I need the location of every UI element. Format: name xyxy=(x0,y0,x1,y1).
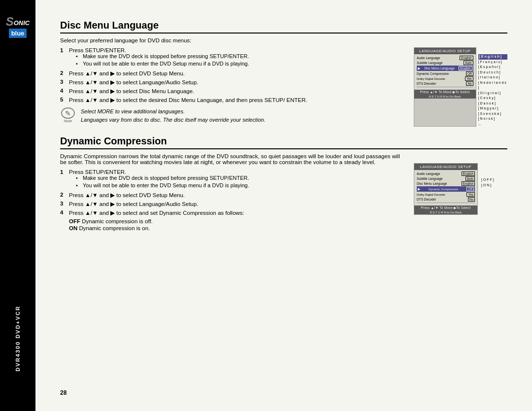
disc-menu-steps: 1 Press SETUP/ENTER. • Make sure the DVD… xyxy=(60,47,404,128)
screen-display-2: LANGUAGE/AUDIO SETUP Audio Language Engl… xyxy=(414,163,478,215)
row-value-4: Off xyxy=(466,71,473,76)
dc-step-3: 3 Press ▲/▼ and ▶ to select Language/Aud… xyxy=(60,201,404,207)
note-text: Select MORE to view additional languages… xyxy=(81,107,266,124)
row-value-5: Yes xyxy=(465,76,473,81)
product-label: DVR4300 DVD+VCR xyxy=(15,306,21,372)
step-4-text: Press ▲/▼ and ▶ to select Disc Menu Lang… xyxy=(69,88,194,94)
page-number: 28 xyxy=(60,389,66,396)
step-3-content: Press ▲/▼ and ▶ to select Language/Audio… xyxy=(69,79,404,86)
screen-footer-2: Press ▲/▼ To Move ▶To Select xyxy=(414,206,477,210)
disc-menu-language-section: Disc Menu Language Select your preferred… xyxy=(60,20,507,128)
brand-s-letter: S xyxy=(6,15,14,29)
dynamic-compression-section: Dynamic Compression Dynamic Compression … xyxy=(60,136,507,233)
dynamic-compression-steps: Dynamic Compression narrows the total dy… xyxy=(60,153,404,233)
dc-screen-row-6: DTS Decoder No xyxy=(417,197,475,202)
brand-blue-box: blue xyxy=(9,29,27,38)
screen-row-4: Dynamic Compression Off xyxy=(417,71,473,76)
lang-more: ... xyxy=(478,122,507,127)
screen-mockup-1: LANGUAGE/AUDIO SETUP Audio Language Engl… xyxy=(414,47,507,128)
dc-step-3-number: 3 xyxy=(60,201,66,207)
note-icon: ✎ Note xyxy=(60,107,76,123)
row-arrow-3: ▶ xyxy=(418,67,420,70)
step-4-number: 4 xyxy=(60,88,66,95)
dc-step-3-text: Press ▲/▼ and ▶ to select Language/Audio… xyxy=(69,201,199,207)
screen-row-1: Audio Language English xyxy=(417,56,473,60)
sidebar: S ONIC blue DVR4300 DVD+VCR xyxy=(0,0,35,411)
dc-step-1-number: 1 xyxy=(60,169,66,190)
row-label-2: Subtitle Language xyxy=(417,61,442,65)
dc-step-4: 4 Press ▲/▼ and ▶ to select and set Dyna… xyxy=(60,209,404,231)
on-option: [ O N ] xyxy=(481,182,494,188)
step-3-number: 3 xyxy=(60,79,66,86)
screen-mockup-2: LANGUAGE/AUDIO SETUP Audio Language Engl… xyxy=(414,153,507,233)
lang-nederlands: [ N e d e r l a n d s ] xyxy=(478,80,507,91)
dynamic-compression-intro: Dynamic Compression narrows the total dy… xyxy=(60,153,404,165)
step-3: 3 Press ▲/▼ and ▶ to select Language/Aud… xyxy=(60,79,404,86)
main-content: Disc Menu Language Select your preferred… xyxy=(35,0,532,411)
dc-row-label-2: Subtitle Language xyxy=(417,177,442,180)
dc-screen-row-5: Dolby Digital Decoder Yes xyxy=(417,192,475,197)
on-description: ON Dynamic compression is on. xyxy=(69,225,404,231)
row-value-2: Auto xyxy=(464,61,473,65)
step-4: 4 Press ▲/▼ and ▶ to select Disc Menu La… xyxy=(60,88,404,95)
dynamic-compression-title: Dynamic Compression xyxy=(60,136,507,149)
bullet-dot: • xyxy=(76,53,80,59)
row-label-6: DTS Decoder xyxy=(417,82,436,85)
bullet-dot-2: • xyxy=(76,61,80,67)
step-2: 2 Press ▲/▼ and ▶ to select DVD Setup Me… xyxy=(60,70,404,77)
dc-row-label-5: Dolby Digital Decoder xyxy=(417,193,445,196)
dc-bullet-2-text: You will not be able to enter the DVD Se… xyxy=(83,182,249,188)
dc-step-4-content: Press ▲/▼ and ▶ to select and set Dynami… xyxy=(69,209,404,231)
dc-row-value-5: Yes xyxy=(466,192,475,197)
step-3-text: Press ▲/▼ and ▶ to select Language/Audio… xyxy=(69,79,199,85)
screen-row-3-highlighted: ▶ Disc Menu Language English xyxy=(417,66,473,71)
row-label-4: Dynamic Compression xyxy=(417,72,449,75)
step-1-bullet-1: • Make sure the DVD deck is stopped befo… xyxy=(76,53,404,59)
dc-row-arrow-4: ▶ xyxy=(418,187,420,191)
brand-logo: S ONIC blue xyxy=(6,15,30,38)
lang-original: [ O r i g i n a l ] xyxy=(478,91,507,96)
step-2-number: 2 xyxy=(60,70,66,77)
dc-row-value-6: No xyxy=(468,197,475,202)
step-5-number: 5 xyxy=(60,97,66,103)
screen-header-2: LANGUAGE/AUDIO SETUP xyxy=(414,164,477,170)
off-option: [ O F F ] xyxy=(481,177,494,182)
screen-row-2: Subtitle Language Auto xyxy=(417,61,473,65)
step-4-content: Press ▲/▼ and ▶ to select Disc Menu Lang… xyxy=(69,88,404,95)
screen-body-1: Audio Language English Subtitle Language… xyxy=(414,54,476,90)
screen-header-1: LANGUAGE/AUDIO SETUP xyxy=(414,48,476,54)
row-value-6: No xyxy=(466,81,473,86)
language-popup: [ E n g l i s h ] [ F r a n ç a i s ] [ … xyxy=(478,54,507,127)
dc-step-2-number: 2 xyxy=(60,192,66,199)
dc-step-2-content: Press ▲/▼ and ▶ to select DVD Setup Menu… xyxy=(69,192,404,199)
note-line-1: Select MORE to view additional languages… xyxy=(81,107,266,116)
dc-step-2-text: Press ▲/▼ and ▶ to select DVD Setup Menu… xyxy=(69,192,185,198)
note-label: Note xyxy=(64,119,72,123)
on-label: ON xyxy=(69,225,77,231)
lang-espanol: [ E s p a ñ o l ] xyxy=(478,65,507,70)
dc-row-value-1: English xyxy=(462,171,475,176)
step-1-text: Press SETUP/ENTER. xyxy=(69,47,126,53)
disc-menu-language-intro: Select your preferred language for DVD d… xyxy=(60,37,507,43)
disc-menu-language-title: Disc Menu Language xyxy=(60,20,507,34)
step-5-content: Press ▲/▼ and ▶ to select the desired Di… xyxy=(69,97,404,103)
screen-footer-return-1: R E T U R N to Go Back xyxy=(414,95,476,99)
screen-row-6: DTS Decoder No xyxy=(417,81,473,86)
lang-francais: [ F r a n ç a i s ] xyxy=(478,60,507,65)
dc-step-4-text: Press ▲/▼ and ▶ to select and set Dynami… xyxy=(69,210,244,216)
dc-row-label-4: Dynamic Compression xyxy=(429,188,458,191)
screen-footer-return-2: R E T U R N to Go Back xyxy=(414,210,477,214)
dc-screen-row-4-highlighted: ▶ Dynamic Compression Off xyxy=(417,186,475,192)
pencil-icon: ✎ xyxy=(65,109,71,117)
step-5-text: Press ▲/▼ and ▶ to select the desired Di… xyxy=(69,97,307,103)
row-label-5: Dolby Digital Decoder xyxy=(417,77,445,80)
off-on-descriptions: OFF Dynamic compression is off. ON Dynam… xyxy=(69,218,404,231)
step-2-content: Press ▲/▼ and ▶ to select DVD Setup Menu… xyxy=(69,70,404,77)
dc-step-1-content: Press SETUP/ENTER. • Make sure the DVD d… xyxy=(69,169,404,190)
dc-step-4-number: 4 xyxy=(60,209,66,231)
dc-step-2: 2 Press ▲/▼ and ▶ to select DVD Setup Me… xyxy=(60,192,404,199)
dc-step-1: 1 Press SETUP/ENTER. • Make sure the DVD… xyxy=(60,169,404,190)
dc-row-value-4: Off xyxy=(466,187,474,191)
dc-step-3-content: Press ▲/▼ and ▶ to select Language/Audio… xyxy=(69,201,404,207)
screen-footer-1: Press ▲/▼ To Move ▶To Select xyxy=(414,90,476,95)
